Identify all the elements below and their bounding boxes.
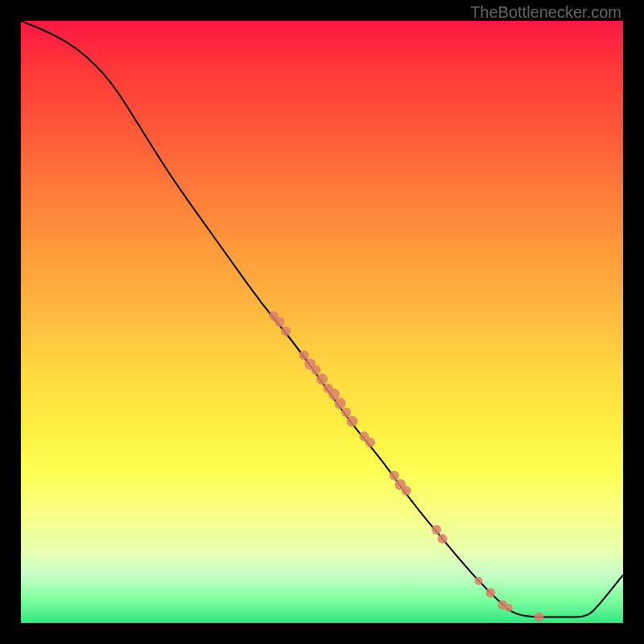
chart-svg: [21, 21, 623, 623]
chart-container: TheBottlenecker.com: [0, 0, 644, 644]
data-point: [438, 534, 448, 543]
data-point: [505, 604, 513, 612]
data-point: [312, 365, 321, 375]
data-point: [281, 326, 291, 336]
data-point: [346, 415, 357, 427]
data-point: [402, 485, 411, 495]
data-point: [390, 471, 399, 481]
watermark-text: TheBottlenecker.com: [470, 3, 621, 22]
data-point: [275, 317, 285, 327]
plot-area: [21, 21, 623, 623]
data-point: [316, 374, 328, 385]
data-points: [269, 312, 543, 622]
data-point: [299, 350, 309, 360]
data-point: [485, 588, 495, 598]
data-point: [341, 407, 351, 417]
data-point: [431, 525, 441, 535]
data-point: [365, 438, 375, 448]
bottleneck-curve: [21, 21, 623, 617]
data-point: [474, 577, 482, 585]
data-point: [334, 398, 345, 409]
data-point: [534, 613, 543, 622]
